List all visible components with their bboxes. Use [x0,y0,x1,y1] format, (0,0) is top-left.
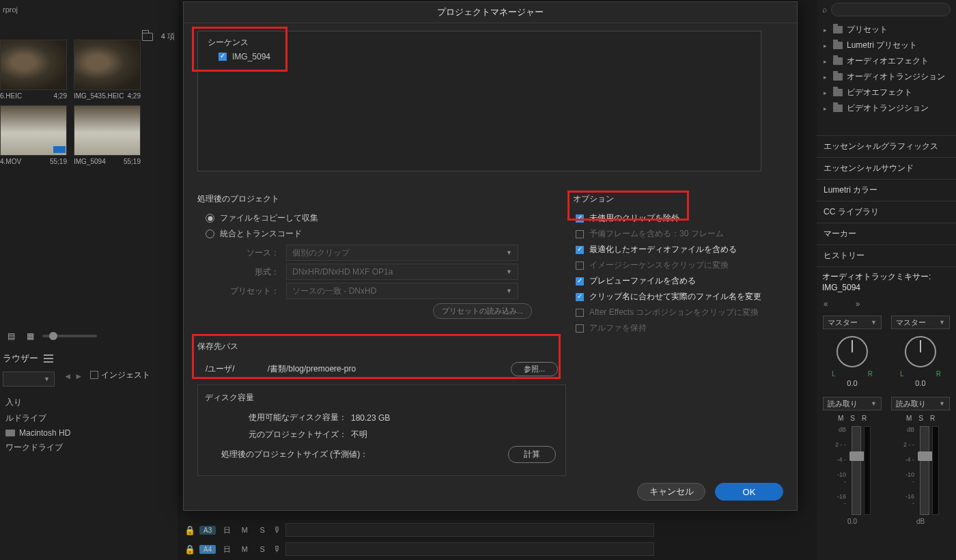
panel-markers[interactable]: マーカー [817,223,956,244]
opt-alpha-label: アルファを保持 [589,322,647,334]
radio-copy[interactable] [206,214,214,223]
mute-button[interactable]: M [906,415,912,422]
fx-presets[interactable]: ▸プリセット [817,22,956,38]
mute-toggle[interactable]: M [238,526,251,534]
pan-knob[interactable] [836,336,868,367]
timeline-panel: 🔒 A3 日 M S 🎙 🔒 A4 日 M S 🎙 [184,519,799,560]
fx-video-effects[interactable]: ▸ビデオエフェクト [817,85,956,100]
volume-fader[interactable] [852,426,861,515]
media-browser-header: ラウザー [3,352,53,365]
mute-toggle[interactable]: M [238,545,251,553]
project-manager-dialog: プロジェクトマネージャー シーケンス IMG_5094 処理後のプロジェクト フ… [183,1,798,511]
opt-handles-label: 予備フレームを含める：30 フレーム [589,228,724,240]
track-header-icon[interactable]: 日 [220,544,234,555]
opt-exclude-unused-checkbox[interactable] [576,214,584,223]
voiceover-icon[interactable]: 🎙 [273,544,281,554]
panel-lumetri-color[interactable]: Lumetri カラー [817,179,956,201]
opt-exclude-unused-label[interactable]: 未使用のクリップを除外 [589,212,679,224]
effects-panel: ⌕ ▸プリセット ▸Lumetri プリセット ▸オーディオエフェクト ▸オーデ… [817,0,956,560]
zoom-slider[interactable] [42,335,97,337]
db-scale: dB2 - --4 --10 --16 - [834,426,846,507]
nav-fwd-icon[interactable]: ► [74,372,83,381]
radio-copy-label[interactable]: ファイルをコピーして収集 [220,212,318,224]
output-dropdown[interactable]: マスター▼ [891,316,950,329]
destination-path-section: 保存先パス /ユーザ/ /書類/blog/premoere-pro 参照... [197,341,566,380]
project-view-tools: ▤ ▦ [4,330,97,342]
load-preset-button: プリセットの読み込み... [433,303,532,319]
panel-cc-libraries[interactable]: CC ライブラリ [817,201,956,223]
pan-knob[interactable] [905,336,936,367]
lock-icon[interactable]: 🔒 [184,525,195,535]
panel-essential-sound[interactable]: エッセンシャルサウンド [817,157,956,179]
panel-essential-graphics[interactable]: エッセンシャルグラフィックス [817,135,956,157]
media-thumb[interactable]: IMG_5435.HEIC4;29 [74,40,141,100]
calculate-button[interactable]: 計算 [508,446,556,463]
opt-rename-media-checkbox[interactable] [576,293,584,301]
clip-duration: 55;19 [50,158,67,165]
opt-rename-media-label[interactable]: クリップ名に合わせて実際のファイル名を変更 [589,291,761,303]
radio-transcode-label[interactable]: 統合とトランスコード [220,228,302,240]
track-a3[interactable]: A3 [199,526,216,535]
sequence-checkbox[interactable] [219,53,227,61]
fader-unit: dB [916,518,925,525]
mixer-tab-next[interactable]: » [856,299,860,309]
opt-preview-files-checkbox[interactable] [576,277,584,285]
mixer-tab-prev[interactable]: « [824,299,828,309]
ingest-checkbox[interactable] [90,371,98,379]
media-thumb[interactable]: 4.MOV55;19 [0,105,67,165]
track-a4[interactable]: A4 [199,545,216,554]
browser-filter-dropdown[interactable]: ▼ [3,372,55,387]
fx-video-transitions[interactable]: ▸ビデオトランジション [817,100,956,116]
fx-audio-transitions[interactable]: ▸オーディオトランジション [817,69,956,85]
record-button[interactable]: R [930,415,935,422]
solo-button[interactable]: S [918,415,923,422]
level-meter [864,426,871,515]
opt-audio-conform-checkbox[interactable] [576,246,584,254]
tree-favorites[interactable]: 入り [0,395,178,410]
lock-icon[interactable]: 🔒 [184,544,195,555]
media-thumb[interactable]: IMG_509455;19 [74,105,141,165]
solo-toggle[interactable]: S [255,526,269,534]
volume-fader[interactable] [920,426,929,515]
clip-duration: 4;29 [128,92,141,100]
panel-menu-icon[interactable] [44,354,53,363]
effects-search-input[interactable] [831,3,951,16]
radio-transcode[interactable] [206,229,214,238]
sequence-name[interactable]: IMG_5094 [232,52,270,61]
disk-available-value: 180.23 GB [351,413,390,423]
nav-back-icon[interactable]: ◄ [64,372,72,381]
fx-lumetri-presets[interactable]: ▸Lumetri プリセット [817,38,956,53]
tree-local-drives[interactable]: ルドライブ [0,410,178,426]
mute-button[interactable]: M [838,415,843,422]
audio-track[interactable] [285,542,654,556]
tree-network-drives[interactable]: ワークドライブ [0,440,178,456]
browse-button[interactable]: 参照... [511,362,558,376]
record-button[interactable]: R [862,415,867,422]
cancel-button[interactable]: キャンセル [637,483,705,501]
ok-button[interactable]: OK [715,483,783,501]
opt-preview-files-label[interactable]: プレビューファイルを含める [589,275,696,287]
solo-toggle[interactable]: S [255,545,269,553]
disk-original-value: 不明 [351,429,367,440]
media-thumb[interactable]: 6.HEIC4;29 [0,40,67,100]
bin-icon [833,73,843,81]
track-header-icon[interactable]: 日 [220,525,234,535]
automation-dropdown[interactable]: 読み取り▼ [891,397,950,410]
folder-icon[interactable] [142,33,153,41]
db-scale: dB2 - --4 --10 --16 - [902,426,914,507]
panel-history[interactable]: ヒストリー [817,244,956,266]
audio-track[interactable] [285,523,654,537]
voiceover-icon[interactable]: 🎙 [273,525,281,535]
opt-audio-conform-label[interactable]: 最適化したオーディオファイルを含める [589,244,737,255]
fx-audio-effects[interactable]: ▸オーディオエフェクト [817,53,956,69]
search-icon[interactable]: ⌕ [822,5,827,14]
source-label: ソース： [225,247,279,259]
output-dropdown[interactable]: マスター▼ [823,316,882,329]
tree-macintosh-hd[interactable]: Macintosh HD [0,426,178,440]
thumbnail-image [0,105,67,156]
bin-icon [833,89,843,96]
automation-dropdown[interactable]: 読み取り▼ [823,397,882,410]
solo-button[interactable]: S [850,415,855,422]
list-view-icon[interactable]: ▤ [4,330,18,342]
icon-view-icon[interactable]: ▦ [23,330,37,342]
